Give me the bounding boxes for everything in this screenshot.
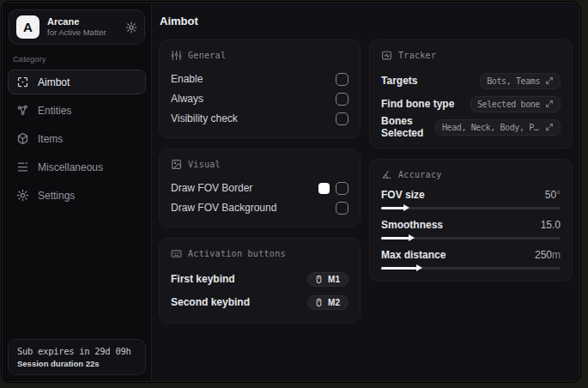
app-logo: A: [16, 15, 39, 39]
main-content: Aimbot General Enable: [152, 3, 579, 381]
left-column: General Enable Always Visibility check: [159, 39, 361, 324]
keybind-value: M2: [328, 298, 340, 307]
slider-label-line: Smoothness 15.0: [381, 219, 561, 231]
slider-value: 15.0: [541, 219, 561, 231]
slider-value: 50°: [545, 189, 561, 201]
tracker-header: Tracker: [381, 50, 561, 61]
select-value: Bots, Teams: [487, 76, 540, 86]
sidebar-item-label: Entities: [38, 105, 71, 117]
sidebar-item-miscellaneous[interactable]: Miscellaneous: [8, 155, 146, 179]
brand-name: Arcane: [47, 16, 118, 28]
color-swatch[interactable]: [318, 183, 330, 194]
tracker-card: Tracker Targets Bots, Teams: [369, 39, 573, 149]
slider-fill: [381, 237, 409, 239]
general-header: General: [171, 50, 349, 61]
setting-label: Smoothness: [381, 219, 443, 231]
setting-row-always: Always: [171, 89, 349, 108]
setting-row-draw-fov-border: Draw FOV Border: [171, 179, 349, 197]
sidebar-item-aimbot[interactable]: Aimbot: [8, 70, 146, 94]
sidebar-item-label: Aimbot: [38, 76, 70, 88]
crosshair-icon: [16, 76, 29, 88]
sidebar-item-settings[interactable]: Settings: [8, 183, 146, 208]
setting-label: Max distance: [381, 249, 446, 261]
max-distance-slider[interactable]: [381, 267, 561, 270]
section-label: Accuracy: [398, 170, 442, 179]
section-label: General: [188, 51, 226, 60]
fov-size-slider[interactable]: [381, 207, 561, 209]
sidebar-item-label: Settings: [38, 190, 75, 202]
draw-fov-background-checkbox[interactable]: [336, 202, 349, 215]
angle-icon: [381, 169, 392, 180]
image-icon: [171, 159, 182, 170]
sidebar-item-entities[interactable]: Entities: [8, 98, 146, 123]
activation-header: Activation buttons: [171, 248, 349, 259]
keybind-value: M1: [328, 275, 340, 284]
sidebar-item-items[interactable]: Items: [8, 126, 146, 151]
general-card: General Enable Always Visibility check: [159, 39, 361, 138]
select-value: Selected bone: [477, 100, 540, 109]
expand-icon: [545, 123, 554, 131]
select-value: Head, Neck, Body, Pe..: [442, 123, 540, 132]
targets-select[interactable]: Bots, Teams: [480, 73, 561, 89]
slider-fill: [381, 267, 417, 270]
sliders-icon: [171, 50, 182, 61]
setting-label: Targets: [381, 75, 417, 87]
setting-row-max-distance: Max distance 250m: [381, 249, 561, 270]
desktop-background: A Arcane for Active Matter Category Aimb…: [0, 0, 588, 388]
visibility-check-checkbox[interactable]: [336, 112, 349, 125]
keyboard-icon: [171, 248, 182, 259]
session-duration-text: Session duration 22s: [17, 359, 136, 368]
visual-header: Visual: [171, 159, 349, 170]
brand-card: A Arcane for Active Matter: [9, 9, 145, 45]
list-icon: [16, 161, 29, 173]
cube-icon: [16, 132, 29, 145]
sidebar-item-label: Miscellaneous: [38, 161, 103, 173]
section-label: Activation buttons: [188, 249, 286, 258]
bones-selected-select[interactable]: Head, Neck, Body, Pe..: [435, 119, 561, 136]
row-controls: [318, 182, 349, 195]
setting-label: FOV size: [381, 189, 425, 201]
smoothness-slider[interactable]: [381, 237, 561, 239]
slider-value: 250m: [535, 249, 561, 261]
setting-label: Draw FOV Background: [171, 202, 276, 214]
setting-row-visibility-check: Visibility check: [171, 109, 349, 128]
category-label: Category: [13, 54, 141, 64]
radar-icon: [381, 50, 392, 61]
setting-row-find-bone-type: Find bone type Selected bone: [381, 93, 561, 115]
sidebar-nav: Aimbot Entities Items: [8, 70, 146, 208]
entities-icon: [16, 104, 29, 117]
first-keybind-button[interactable]: M1: [307, 272, 349, 287]
section-label: Visual: [188, 160, 221, 169]
mouse-icon: [314, 275, 324, 284]
find-bone-type-select[interactable]: Selected bone: [470, 96, 561, 112]
app-window: A Arcane for Active Matter Category Aimb…: [2, 2, 580, 382]
visual-card: Visual Draw FOV Border Draw FOV Backgrou…: [159, 149, 361, 227]
draw-fov-border-checkbox[interactable]: [336, 182, 349, 195]
expand-icon: [545, 100, 554, 108]
second-keybind-button[interactable]: M2: [307, 295, 349, 310]
slider-fill: [381, 207, 404, 209]
mouse-icon: [314, 298, 324, 307]
always-checkbox[interactable]: [336, 93, 349, 106]
gear-icon[interactable]: [125, 21, 137, 33]
brand-subtitle: for Active Matter: [47, 27, 118, 38]
setting-label: Second keybind: [171, 296, 250, 308]
setting-label: First keybind: [171, 273, 235, 285]
sub-expiry-text: Sub expires in 29d 09h: [17, 346, 136, 356]
setting-row-targets: Targets Bots, Teams: [381, 70, 561, 92]
setting-row-draw-fov-background: Draw FOV Background: [171, 198, 349, 217]
right-column: Tracker Targets Bots, Teams: [369, 39, 573, 282]
sidebar: A Arcane for Active Matter Category Aimb…: [3, 3, 152, 381]
enable-checkbox[interactable]: [336, 73, 349, 86]
brand-text: Arcane for Active Matter: [47, 16, 118, 39]
setting-label: Enable: [171, 73, 203, 85]
setting-label: Visibility check: [171, 112, 238, 124]
setting-row-first-keybind: First keybind M1: [171, 268, 349, 290]
sidebar-item-label: Items: [38, 133, 63, 145]
slider-label-line: FOV size 50°: [381, 189, 561, 201]
expand-icon: [545, 76, 554, 85]
section-label: Tracker: [398, 51, 436, 60]
setting-label: Find bone type: [381, 98, 454, 110]
accuracy-header: Accuracy: [381, 169, 561, 180]
page-title: Aimbot: [160, 15, 573, 27]
